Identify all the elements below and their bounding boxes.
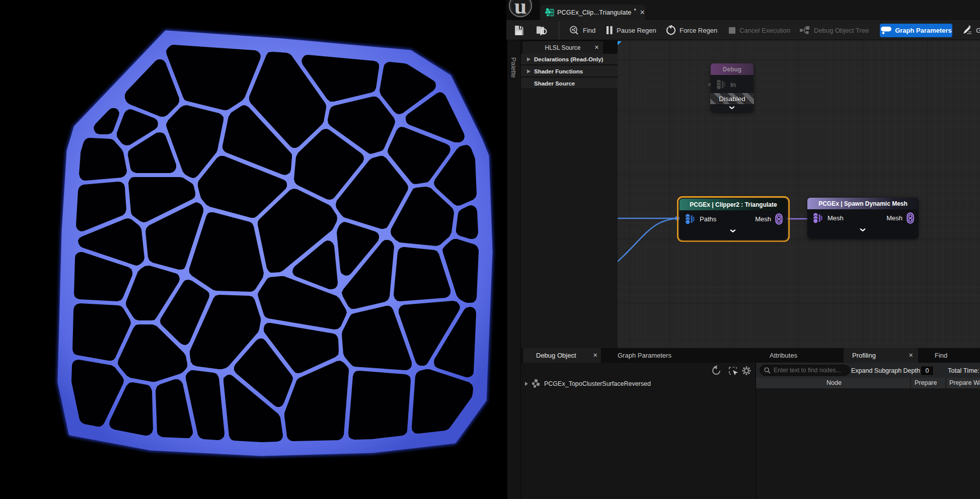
svg-text:u: u bbox=[514, 0, 526, 19]
